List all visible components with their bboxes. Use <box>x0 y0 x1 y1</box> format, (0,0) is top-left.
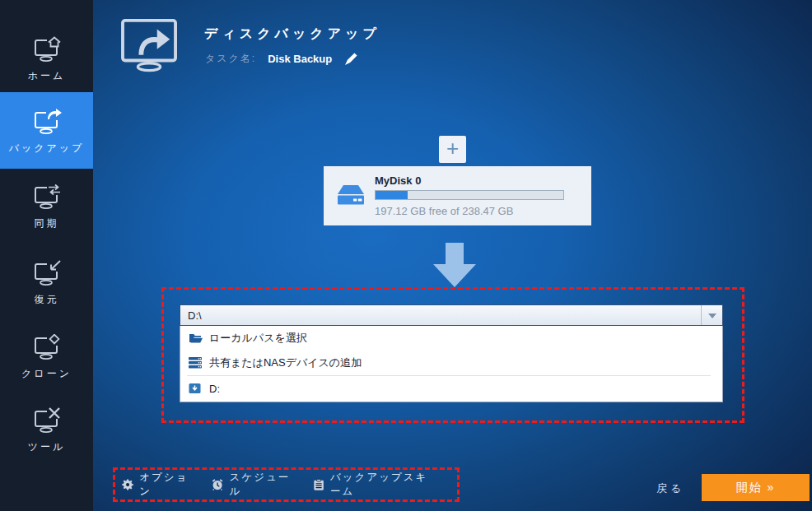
sidebar-item-backup[interactable]: バックアップ <box>0 92 93 169</box>
dropdown-item-local-path[interactable]: ローカルパスを選択 <box>180 326 722 351</box>
sidebar-item-label: クローン <box>0 367 93 381</box>
nas-server-icon <box>189 356 203 369</box>
destination-dropdown-button[interactable] <box>701 305 722 325</box>
page-title: ディスクバックアップ <box>204 26 380 43</box>
sidebar-item-sync[interactable]: 同期 <box>0 175 93 241</box>
sidebar-item-restore[interactable]: 復元 <box>0 252 93 318</box>
home-monitor-icon <box>32 36 62 63</box>
clone-monitor-icon <box>32 334 62 360</box>
disk-usage-fill <box>376 191 408 199</box>
sidebar-item-label: 同期 <box>0 216 93 230</box>
dropdown-item-add-nas[interactable]: 共有またはNASデバイスの追加 <box>180 351 722 375</box>
sidebar-item-clone[interactable]: クローン <box>0 326 93 392</box>
sidebar-item-label: ツール <box>0 440 93 454</box>
options-button[interactable]: オプション <box>122 471 193 499</box>
sidebar: ホーム バックアップ 同期 <box>0 0 93 511</box>
task-name-label: タスク名: <box>205 52 256 66</box>
edit-task-name-icon[interactable] <box>345 53 358 65</box>
sidebar-item-label: 復元 <box>0 293 93 307</box>
dropdown-item-label: D: <box>209 383 220 395</box>
destination-region: D:\ ローカルパスを選択 <box>161 287 744 423</box>
dropdown-item-label: ローカルパスを選択 <box>209 331 307 346</box>
folder-open-icon <box>189 332 203 345</box>
start-button[interactable]: 開始 » <box>702 474 810 501</box>
gear-icon <box>122 478 133 491</box>
clock-icon <box>212 478 223 491</box>
chevron-down-icon <box>708 314 716 318</box>
sidebar-item-label: ホーム <box>0 69 93 83</box>
destination-path-value: D:\ <box>188 309 202 322</box>
sidebar-item-tools[interactable]: ツール <box>0 399 93 465</box>
scheme-icon <box>313 478 324 491</box>
back-button[interactable]: 戻る <box>656 481 684 496</box>
disk-name: MyDisk 0 <box>375 174 421 187</box>
disk-usage-bar <box>375 190 564 200</box>
schedule-label: スケジュール <box>230 471 294 499</box>
backup-monitor-icon <box>32 109 62 135</box>
disk-free-space: 197.12 GB free of 238.47 GB <box>375 205 513 217</box>
sync-monitor-icon <box>32 183 62 210</box>
drive-icon <box>189 382 203 395</box>
dropdown-item-drive-d[interactable]: D: <box>180 376 722 401</box>
sidebar-item-home[interactable]: ホーム <box>0 25 93 91</box>
backup-settings-bar: オプション スケジュール バックアップスキーム <box>113 467 460 502</box>
options-label: オプション <box>139 471 193 499</box>
disk-backup-header-icon <box>119 18 180 72</box>
app-window: ホーム バックアップ 同期 <box>0 0 812 511</box>
tools-monitor-icon <box>32 407 62 434</box>
source-disk-card[interactable]: MyDisk 0 197.12 GB free of 238.47 GB <box>324 166 591 225</box>
task-name-value: Disk Backup <box>268 53 332 65</box>
backup-scheme-label: バックアップスキーム <box>330 471 438 499</box>
add-disk-button[interactable]: + <box>439 136 466 163</box>
hard-disk-icon <box>334 180 367 210</box>
task-name-row: タスク名: Disk Backup <box>205 51 358 66</box>
destination-path-select[interactable]: D:\ <box>180 304 723 326</box>
destination-dropdown-panel: ローカルパスを選択 共有またはNASデバイスの追加 <box>180 326 723 402</box>
sidebar-item-label: バックアップ <box>0 142 93 156</box>
dropdown-item-label: 共有またはNASデバイスの追加 <box>209 355 362 370</box>
restore-monitor-icon <box>32 260 62 286</box>
flow-down-arrow-icon <box>433 243 476 287</box>
schedule-button[interactable]: スケジュール <box>212 471 293 499</box>
backup-scheme-button[interactable]: バックアップスキーム <box>313 471 438 499</box>
